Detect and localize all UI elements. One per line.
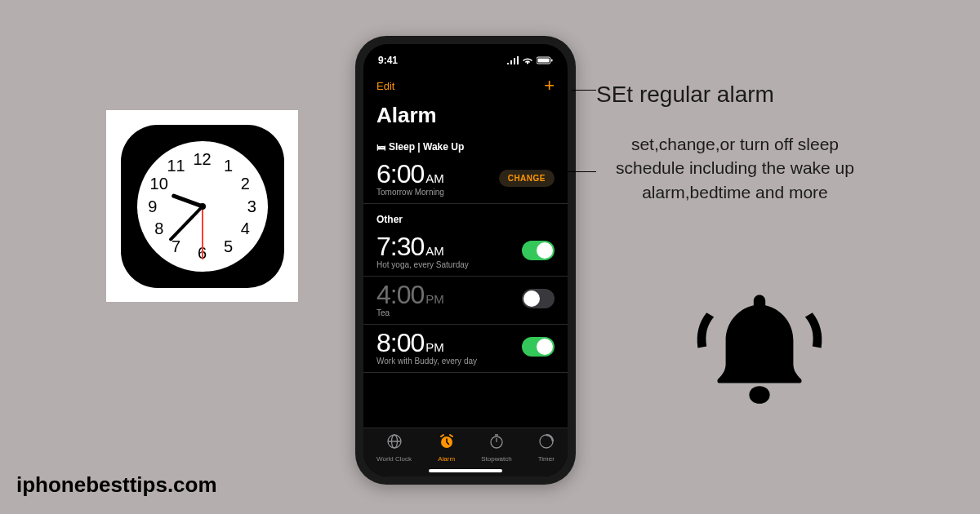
alarm-row[interactable]: 7:30 AM Hot yoga, every Saturday [363, 228, 568, 277]
battery-icon [537, 56, 553, 64]
tab-label: Timer [538, 455, 555, 463]
alarm-label: Work with Buddy, every day [376, 357, 477, 366]
alarm-label: Tea [376, 308, 444, 317]
clock-num-3: 3 [247, 197, 256, 215]
globe-icon [386, 433, 403, 454]
sleep-alarm-ampm: AM [425, 171, 444, 185]
page-title: Alarm [363, 101, 568, 136]
clock-num-8: 8 [154, 219, 163, 237]
tab-world-clock[interactable]: World Clock [376, 433, 412, 476]
clock-num-9: 9 [148, 197, 157, 215]
home-indicator[interactable] [429, 469, 502, 472]
sleep-header-text: Sleep | Wake Up [389, 141, 464, 153]
status-time: 9:41 [378, 55, 398, 66]
clock-num-4: 4 [241, 219, 250, 237]
alarm-toggle[interactable] [522, 241, 555, 260]
change-button[interactable]: CHANGE [499, 170, 555, 187]
edit-button[interactable]: Edit [376, 80, 394, 92]
alarm-time: 7:30 [376, 232, 424, 262]
add-alarm-button[interactable]: + [544, 75, 555, 96]
sleep-section-header: 🛏 Sleep | Wake Up [363, 136, 568, 156]
clock-center [199, 203, 206, 210]
alarm-ampm: AM [425, 244, 444, 258]
tab-bar: World Clock Alarm Stopwatch Timer [363, 428, 568, 476]
tab-timer[interactable]: Timer [538, 433, 555, 476]
iphone-mockup: 9:41 Edit + Alarm 🛏 Sleep | Wake Up 6:00… [355, 36, 576, 485]
tab-label: Alarm [438, 455, 455, 463]
sleep-alarm-label: Tomorrow Morning [376, 188, 444, 197]
sleep-alarm-row[interactable]: 6:00 AM Tomorrow Morning CHANGE [363, 156, 568, 204]
alarm-label: Hot yoga, every Saturday [376, 260, 469, 269]
clock-num-5: 5 [224, 237, 233, 256]
alarm-toggle[interactable] [522, 337, 555, 357]
phone-screen: 9:41 Edit + Alarm 🛏 Sleep | Wake Up 6:00… [363, 44, 568, 476]
clock-num-11: 11 [167, 156, 185, 175]
alarm-toggle[interactable] [522, 289, 555, 308]
status-icons [507, 56, 553, 64]
clock-app-icon: 12 1 2 3 4 5 6 7 8 9 10 11 [106, 110, 298, 302]
bed-icon: 🛏 [376, 142, 385, 152]
clock-num-2: 2 [241, 175, 250, 193]
alarm-ampm: PM [425, 292, 444, 306]
clock-face: 12 1 2 3 4 5 6 7 8 9 10 11 [137, 141, 268, 272]
other-section-header: Other [363, 204, 568, 228]
alarm-icon [439, 433, 455, 454]
notch [416, 44, 514, 62]
alarm-time: 8:00 [376, 328, 424, 358]
subtext: set,change,or turn off sleep schedule in… [596, 132, 874, 204]
svg-rect-1 [538, 59, 550, 63]
footer-text: iphonebesttips.com [16, 472, 217, 498]
stopwatch-icon [488, 433, 505, 454]
alarm-ampm: PM [425, 340, 444, 354]
clock-icon-rounded: 12 1 2 3 4 5 6 7 8 9 10 11 [121, 125, 284, 288]
second-hand [202, 206, 203, 259]
alarm-time: 4:00 [376, 280, 424, 310]
right-content: SEt regular alarm set,change,or turn off… [596, 82, 874, 204]
bell-icon [686, 277, 833, 428]
headline-text: SEt regular alarm [596, 82, 874, 108]
connector-line [564, 171, 596, 172]
clock-num-7: 7 [172, 237, 180, 256]
minute-hand [168, 205, 203, 241]
timer-icon [538, 433, 555, 454]
sleep-alarm-time: 6:00 [376, 159, 424, 189]
alarm-row[interactable]: 8:00 PM Work with Buddy, every day [363, 325, 568, 373]
tab-label: World Clock [376, 455, 412, 463]
wifi-icon [522, 56, 533, 64]
clock-num-10: 10 [150, 175, 168, 193]
nav-bar: Edit + [363, 70, 568, 101]
alarm-row[interactable]: 4:00 PM Tea [363, 277, 568, 325]
clock-num-1: 1 [224, 156, 233, 175]
hour-hand [171, 193, 203, 207]
svg-rect-2 [551, 60, 553, 62]
svg-point-11 [749, 386, 769, 404]
clock-num-12: 12 [193, 149, 211, 168]
tab-label: Stopwatch [481, 455, 511, 463]
connector-line [572, 90, 596, 91]
